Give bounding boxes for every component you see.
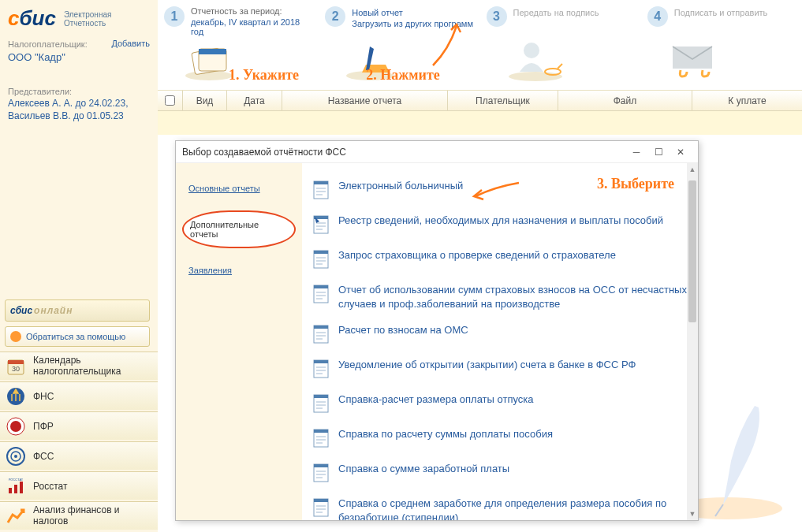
document-icon bbox=[311, 392, 330, 415]
rosstat-icon: РОССТАТ bbox=[6, 477, 25, 496]
nav-label: Росстат bbox=[33, 481, 67, 492]
help-label: Обратиться за помощью bbox=[26, 332, 125, 341]
report-label: Справка о сумме заработной платы bbox=[338, 462, 509, 476]
wizard-bar: 1 Отчетность за период: декабрь, IV квар… bbox=[158, 0, 802, 91]
report-item[interactable]: Справка о сумме заработной платы bbox=[308, 456, 692, 490]
nav-label: ПФР bbox=[33, 421, 54, 432]
table-body bbox=[158, 111, 802, 135]
svg-rect-47 bbox=[314, 285, 328, 288]
svg-rect-52 bbox=[314, 326, 328, 329]
step-number: 1 bbox=[164, 6, 185, 27]
report-item[interactable]: Справка о среднем заработке для определе… bbox=[308, 490, 692, 520]
nav-calendar[interactable]: 30 Календарь налогоплательщика bbox=[0, 352, 158, 380]
logo-subtitle: Электронная Отчетность bbox=[64, 10, 111, 28]
report-label: Уведомление об открытии (закрытии) счета… bbox=[338, 358, 636, 372]
svg-rect-77 bbox=[314, 499, 328, 502]
svg-rect-42 bbox=[314, 251, 328, 254]
svg-line-21 bbox=[558, 64, 562, 69]
svg-point-18 bbox=[509, 72, 562, 81]
scroll-down-icon[interactable]: ▼ bbox=[687, 508, 698, 520]
scroll-up-icon[interactable]: ▲ bbox=[687, 163, 698, 176]
step-link: Подписать и отправить bbox=[674, 8, 768, 17]
dialog-titlebar[interactable]: Выбор создаваемой отчётности ФСС ─ ☐ ✕ bbox=[176, 141, 698, 163]
sbis-online-button[interactable]: сбис онлайн bbox=[5, 299, 150, 322]
svg-rect-32 bbox=[314, 181, 328, 184]
company-name[interactable]: ООО "Кадр" bbox=[8, 51, 150, 63]
nav-label: ФСС bbox=[33, 451, 54, 462]
report-item[interactable]: Справка по расчету суммы доплаты пособия bbox=[308, 421, 692, 456]
col-payment[interactable]: К уплате bbox=[692, 91, 802, 110]
report-label: Справка о среднем заработке для определе… bbox=[338, 497, 688, 520]
minimize-button[interactable]: ─ bbox=[625, 144, 647, 160]
report-item[interactable]: Реестр сведений, необходимых для назначе… bbox=[308, 207, 692, 242]
svg-point-5 bbox=[10, 421, 21, 432]
help-button[interactable]: Обратиться за помощью bbox=[5, 326, 150, 347]
app-logo: сбис Электронная Отчетность bbox=[8, 6, 150, 31]
calendar-icon: 30 bbox=[6, 357, 25, 376]
envelope-graphic-icon bbox=[665, 39, 728, 82]
document-icon bbox=[311, 358, 330, 380]
annotation-1: 1. Укажите bbox=[229, 67, 299, 84]
document-icon bbox=[311, 283, 330, 305]
dialog-scrollbar[interactable]: ▲ ▼ bbox=[687, 163, 698, 520]
svg-rect-11 bbox=[20, 482, 23, 493]
svg-rect-62 bbox=[314, 395, 328, 398]
wizard-step-3[interactable]: 3 Передать на подпись bbox=[480, 6, 641, 84]
report-item[interactable]: Справка-расчет размера оплаты отпуска bbox=[308, 386, 692, 421]
nav-label: ФНС bbox=[33, 391, 54, 402]
representatives-label: Представители: bbox=[8, 87, 150, 96]
step-link[interactable]: декабрь, IV квартал и 2018 год bbox=[191, 17, 312, 36]
document-icon bbox=[311, 497, 330, 519]
table-header: Вид Дата Название отчета Плательщик Файл… bbox=[158, 91, 802, 111]
svg-rect-1 bbox=[8, 360, 24, 364]
svg-text:30: 30 bbox=[12, 365, 20, 373]
representative-link[interactable]: Алексеев А. А. до 24.02.23, bbox=[8, 98, 150, 109]
document-icon bbox=[311, 214, 330, 236]
col-date[interactable]: Дата bbox=[227, 91, 282, 110]
nav-label: Анализ финансов и налогов bbox=[33, 505, 151, 526]
document-icon bbox=[311, 179, 330, 201]
dialog-nav-applications[interactable]: Заявления bbox=[182, 258, 296, 283]
document-icon bbox=[311, 427, 330, 449]
chart-icon bbox=[6, 507, 25, 526]
col-name[interactable]: Название отчета bbox=[282, 91, 448, 110]
nav-pfr[interactable]: ПФР bbox=[0, 411, 158, 440]
report-item[interactable]: Запрос страховщика о проверке сведений о… bbox=[308, 242, 692, 277]
col-file[interactable]: Файл bbox=[558, 91, 692, 110]
nav-fss[interactable]: ФСС bbox=[0, 441, 158, 470]
step-title[interactable]: Новый отчет bbox=[352, 8, 473, 17]
nav-analysis[interactable]: Анализ финансов и налогов bbox=[0, 501, 158, 530]
add-taxpayer-link[interactable]: Добавить bbox=[111, 39, 150, 48]
wizard-step-2[interactable]: 2 Новый отчет Загрузить из других програ… bbox=[319, 6, 479, 84]
col-payer[interactable]: Плательщик bbox=[448, 91, 558, 110]
document-icon bbox=[311, 323, 330, 345]
select-all-checkbox[interactable] bbox=[158, 91, 183, 110]
step-number: 2 bbox=[325, 6, 345, 27]
logo-brand: бис bbox=[19, 6, 55, 30]
svg-rect-67 bbox=[314, 430, 328, 433]
report-label: Электронный больничный bbox=[338, 179, 463, 193]
representative-link[interactable]: Васильев В.В. до 01.05.23 bbox=[8, 110, 150, 121]
scroll-thumb[interactable] bbox=[688, 180, 696, 322]
dialog-nav-additional[interactable]: Дополнительные отчеты bbox=[182, 210, 296, 248]
col-type[interactable]: Вид bbox=[183, 91, 227, 110]
report-label: Справка по расчету суммы доплаты пособия bbox=[338, 427, 553, 441]
svg-text:РОССТАТ: РОССТАТ bbox=[9, 478, 24, 482]
wizard-step-4[interactable]: 4 Подписать и отправить bbox=[641, 6, 802, 84]
nav-rosstat[interactable]: РОССТАТ Росстат bbox=[0, 471, 158, 500]
help-icon bbox=[10, 331, 21, 342]
dialog-nav-main[interactable]: Основные отчеты bbox=[182, 176, 296, 201]
wizard-step-1[interactable]: 1 Отчетность за период: декабрь, IV квар… bbox=[158, 6, 319, 84]
close-button[interactable]: ✕ bbox=[670, 144, 692, 160]
report-item[interactable]: Отчет об использовании сумм страховых вз… bbox=[308, 277, 692, 317]
sidebar: сбис Электронная Отчетность Налогоплател… bbox=[0, 0, 158, 532]
arrow-annotation-icon bbox=[429, 18, 468, 73]
taxpayer-label: Налогоплательщик: bbox=[8, 39, 88, 49]
report-item[interactable]: Расчет по взносам на ОМС bbox=[308, 317, 692, 352]
maximize-button[interactable]: ☐ bbox=[647, 144, 670, 160]
svg-rect-16 bbox=[199, 49, 226, 54]
report-item[interactable]: Уведомление об открытии (закрытии) счета… bbox=[308, 352, 692, 386]
nav-fns[interactable]: ФНС bbox=[0, 381, 158, 410]
svg-rect-10 bbox=[14, 485, 17, 493]
report-label: Отчет об использовании сумм страховых вз… bbox=[338, 283, 688, 311]
